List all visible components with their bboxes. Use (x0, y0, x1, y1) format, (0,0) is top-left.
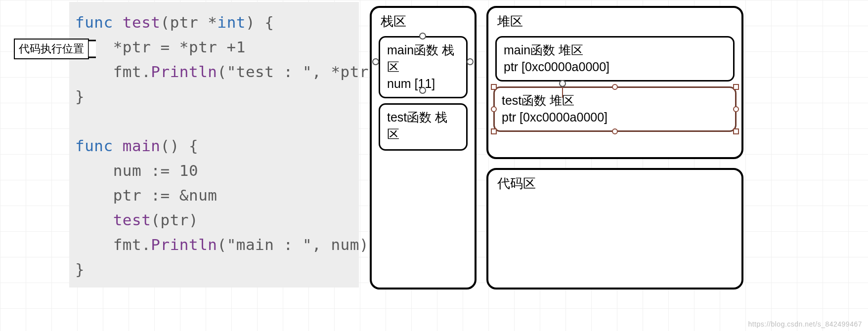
heap-test-line2: ptr [0xc0000a0000] (502, 109, 728, 125)
heap-test-line1: test函数 堆区 (502, 92, 728, 109)
selection-handle[interactable] (491, 106, 497, 112)
stack-test-line1: test函数 栈区 (387, 109, 459, 142)
stack-test-box: test函数 栈区 (379, 103, 468, 151)
code-panel: func test(ptr *int) { *ptr = *ptr +1 fmt… (69, 2, 359, 288)
selection-handle[interactable] (733, 84, 739, 90)
selection-handle[interactable] (612, 84, 618, 90)
connector-node (419, 87, 426, 94)
heap-main-line1: main函数 堆区 (504, 41, 726, 58)
connector-node (467, 58, 474, 65)
selection-handle[interactable] (612, 128, 618, 134)
heap-area: 堆区 main函数 堆区 ptr [0xc0000a0000] test函数 堆… (486, 6, 743, 159)
selection-handle[interactable] (733, 106, 739, 112)
connector-node (419, 33, 426, 40)
heap-main-box: main函数 堆区 ptr [0xc0000a0000] (495, 36, 735, 82)
selection-handle[interactable] (733, 128, 739, 134)
stack-area: 栈区 main函数 栈区 num [11] test函数 栈区 (370, 6, 477, 290)
heap-title: 堆区 (488, 8, 741, 32)
watermark: https://blog.csdn.net/s_842499467 (748, 320, 862, 328)
execution-pointer: 代码执行位置 (14, 37, 96, 61)
selection-handle[interactable] (491, 128, 497, 134)
code-area-box: 代码区 (486, 168, 743, 290)
arrow-right-icon (88, 37, 96, 61)
code-area-title: 代码区 (488, 170, 741, 194)
stack-main-line1: main函数 栈区 (387, 41, 459, 75)
execution-pointer-label: 代码执行位置 (14, 39, 89, 59)
svg-marker-0 (88, 37, 96, 61)
connector-node (372, 58, 379, 65)
selection-handle[interactable] (491, 84, 497, 90)
source-code: func test(ptr *int) { *ptr = *ptr +1 fmt… (69, 2, 359, 282)
heap-main-line2: ptr [0xc0000a0000] (504, 58, 726, 75)
stack-title: 栈区 (372, 8, 475, 32)
heap-test-box[interactable]: test函数 堆区 ptr [0xc0000a0000] (493, 86, 737, 132)
connector-node (559, 80, 566, 87)
